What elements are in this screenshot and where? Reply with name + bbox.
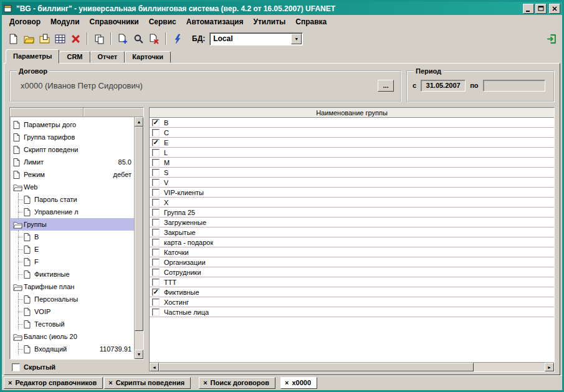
table-row[interactable]: M (150, 158, 554, 168)
row-checkbox[interactable] (152, 179, 160, 186)
tree-item[interactable]: Баланс (июль 20 (10, 330, 134, 343)
search-button[interactable] (131, 31, 146, 46)
folder-document-button[interactable] (37, 31, 52, 46)
tab[interactable]: Параметры (6, 49, 59, 64)
table-row[interactable]: E (150, 138, 554, 148)
row-checkbox[interactable] (152, 149, 160, 156)
contract-browse-button[interactable]: ... (378, 80, 394, 92)
new-document-button[interactable] (6, 31, 21, 46)
hidden-checkbox[interactable] (12, 363, 20, 371)
menu-item[interactable]: Справочники (85, 16, 144, 28)
copy-button[interactable] (92, 31, 107, 46)
table-row[interactable]: Хостинг (150, 297, 554, 307)
document-tab[interactable]: × х0000 (280, 377, 317, 389)
tree-item[interactable]: Тестовый (10, 318, 134, 330)
table-row[interactable]: Закрытые (150, 227, 554, 237)
scroll-up-icon[interactable]: ▲ (135, 117, 143, 127)
menu-item[interactable]: Автоматизация (181, 16, 249, 28)
period-from-field[interactable]: 31.05.2007 (421, 80, 466, 92)
row-checkbox[interactable] (152, 229, 160, 236)
refresh-button[interactable] (170, 31, 185, 46)
row-checkbox[interactable] (152, 129, 160, 136)
tree-item[interactable]: F (10, 256, 134, 268)
scroll-right-icon[interactable]: ► (545, 363, 554, 371)
row-checkbox[interactable] (152, 279, 160, 286)
table-row[interactable]: B (150, 118, 554, 128)
row-checkbox[interactable] (152, 219, 160, 226)
menu-item[interactable]: Модули (45, 16, 84, 28)
table-row[interactable]: ТТТ (150, 277, 554, 287)
tab[interactable]: Карточки (125, 51, 171, 63)
tab[interactable]: Отчет (90, 51, 125, 63)
tab[interactable]: CRM (59, 51, 90, 63)
tab-close-icon[interactable]: × (203, 380, 207, 386)
table-row[interactable]: S (150, 168, 554, 178)
row-checkbox[interactable] (152, 259, 160, 266)
table-row[interactable]: Каточки (150, 247, 554, 257)
table-row[interactable]: VIP-клиенты (150, 188, 554, 198)
table-row[interactable]: C (150, 128, 554, 138)
document-tab[interactable]: × Поиск договоров (199, 377, 275, 389)
menu-item[interactable]: Справка (290, 16, 332, 28)
tree-item[interactable]: E (10, 243, 134, 256)
close-button[interactable] (549, 4, 560, 14)
tree-item[interactable]: Группа тарифов (10, 131, 134, 143)
tree-item[interactable]: Входящий 110739.91 (10, 343, 134, 355)
tab-close-icon[interactable]: × (285, 380, 289, 386)
table-row[interactable]: Организации (150, 257, 554, 267)
period-to-field[interactable] (483, 80, 545, 92)
tree-item[interactable]: B (10, 231, 134, 243)
table-row[interactable]: L (150, 148, 554, 158)
row-checkbox[interactable] (152, 239, 160, 246)
tree-header-value-column[interactable] (84, 108, 143, 117)
minimize-button[interactable] (523, 4, 534, 14)
menu-item[interactable]: Утилиты (248, 16, 290, 28)
row-checkbox[interactable] (152, 199, 160, 206)
tab-close-icon[interactable]: × (108, 380, 112, 386)
row-checkbox[interactable] (152, 269, 160, 276)
table-row[interactable]: карта - подарок (150, 237, 554, 247)
delete-button[interactable] (68, 31, 83, 46)
document-tab[interactable]: × Редактор справочников (4, 377, 103, 389)
open-folder-button[interactable] (21, 31, 36, 46)
table-row[interactable]: X (150, 198, 554, 208)
tree-item[interactable]: Фиктивные (10, 268, 134, 280)
table-row[interactable]: V (150, 178, 554, 188)
tree-item[interactable]: Скрипт поведени (10, 143, 134, 156)
tree-item[interactable]: Управление л (10, 206, 134, 218)
row-checkbox[interactable] (152, 209, 160, 216)
tree-item[interactable]: Режим дебет (10, 168, 134, 181)
add-document-button[interactable] (115, 31, 130, 46)
db-select[interactable]: Local ▼ (209, 32, 303, 45)
row-checkbox[interactable] (152, 119, 160, 127)
table-horizontal-scrollbar[interactable]: ◄ ► (150, 362, 554, 371)
tree-header-name-column[interactable] (10, 108, 84, 117)
row-checkbox[interactable] (152, 289, 160, 296)
scroll-track[interactable] (474, 363, 545, 371)
tree-item[interactable]: VOIP (10, 305, 134, 318)
tree-item[interactable]: Персональны (10, 293, 134, 305)
row-checkbox[interactable] (152, 189, 160, 196)
table-row[interactable]: Группа 25 (150, 208, 554, 218)
document-tab[interactable]: × Скрипты поведения (104, 377, 191, 389)
table-row[interactable]: Загруженные (150, 218, 554, 227)
exit-button[interactable] (543, 31, 558, 46)
table-row[interactable]: Сотрудники (150, 267, 554, 277)
scroll-down-icon[interactable]: ▼ (135, 350, 143, 359)
menu-item[interactable]: Договор (4, 16, 45, 28)
row-checkbox[interactable] (152, 308, 160, 316)
delete-document-button[interactable] (146, 31, 161, 46)
tree-item[interactable]: Web (10, 181, 134, 193)
tree-item[interactable]: Параметры дого (10, 118, 134, 131)
row-checkbox[interactable] (152, 249, 160, 256)
tree-item[interactable]: Группы (10, 218, 134, 231)
row-checkbox[interactable] (152, 299, 160, 306)
horizontal-scroll-thumb[interactable] (159, 363, 474, 371)
tree-item[interactable]: Лимит 85.0 (10, 156, 134, 168)
row-checkbox[interactable] (152, 159, 160, 166)
menu-item[interactable]: Сервис (144, 16, 181, 28)
table-row[interactable]: Частные лица (150, 307, 554, 317)
row-checkbox[interactable] (152, 139, 160, 146)
table-button[interactable] (52, 31, 67, 46)
table-row[interactable]: Фиктивные (150, 287, 554, 297)
